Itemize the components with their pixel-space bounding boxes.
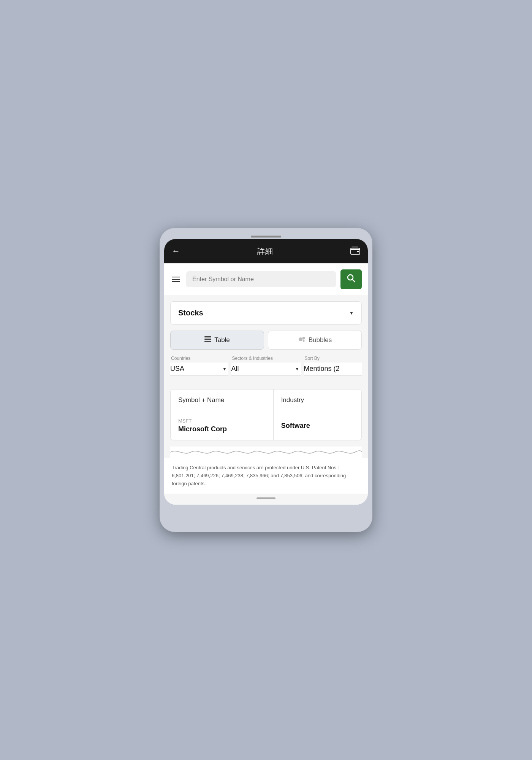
hamburger-menu[interactable] [170, 275, 182, 283]
bottom-bar [164, 494, 368, 505]
svg-rect-1 [357, 251, 359, 252]
table-header-row: Symbol + Name Industry [171, 390, 361, 411]
search-row [164, 263, 368, 295]
asset-type-label: Stocks [178, 309, 203, 317]
hamburger-line-2 [172, 279, 180, 280]
industry-value: Software [281, 422, 310, 430]
symbol-name-cell: MSFT Microsoft Corp [171, 411, 274, 440]
data-table: Symbol + Name Industry MSFT Microsoft Co… [170, 389, 362, 440]
back-button[interactable]: ← [172, 246, 180, 256]
wallet-icon[interactable] [350, 246, 360, 256]
countries-dropdown[interactable]: USA ▼ [170, 363, 228, 375]
bubbles-view-button[interactable]: Bubbles [268, 331, 362, 350]
stock-symbol: MSFT [178, 418, 266, 424]
table-row[interactable]: MSFT Microsoft Corp Software [171, 411, 361, 440]
countries-label: Countries [170, 356, 228, 361]
sortby-dropdown[interactable]: Mentions (2 [304, 363, 362, 375]
bubbles-label: Bubbles [309, 336, 332, 344]
industry-cell: Software [274, 411, 361, 440]
main-content: Stocks ▼ Table [164, 263, 368, 505]
countries-filter: Countries USA ▼ [170, 356, 228, 375]
stock-name: Microsoft Corp [178, 425, 266, 433]
nav-bar: ← 詳細 [164, 239, 368, 263]
countries-arrow-icon: ▼ [223, 367, 227, 371]
dropdown-arrow-icon: ▼ [349, 310, 354, 316]
sortby-value: Mentions (2 [304, 365, 340, 373]
hamburger-line-3 [172, 281, 180, 282]
svg-point-8 [302, 337, 305, 340]
section-spacer [164, 382, 368, 389]
col-header-symbol-name: Symbol + Name [171, 390, 274, 411]
view-toggle: Table Bubbles [170, 331, 362, 350]
filters-row: Countries USA ▼ Sectors & Industries All… [170, 356, 362, 375]
svg-rect-6 [204, 341, 211, 342]
svg-rect-4 [204, 336, 211, 337]
col-header-industry-text: Industry [281, 396, 304, 404]
search-input-wrap[interactable] [186, 271, 336, 287]
bottom-pill [256, 497, 276, 499]
col-header-symbol-name-text: Symbol + Name [178, 396, 224, 404]
asset-type-dropdown[interactable]: Stocks ▼ [170, 301, 362, 325]
countries-value: USA [170, 365, 184, 373]
search-input[interactable] [192, 276, 330, 283]
device-frame: ← 詳細 [160, 228, 372, 532]
device-inner: ← 詳細 [164, 239, 368, 505]
table-icon [204, 336, 211, 344]
bubbles-icon [298, 336, 306, 344]
svg-line-3 [353, 280, 355, 282]
table-view-button[interactable]: Table [170, 331, 264, 350]
sectors-label: Sectors & Industries [231, 356, 301, 361]
sectors-arrow-icon: ▼ [295, 367, 299, 371]
wave-divider [170, 446, 362, 458]
search-button[interactable] [340, 269, 362, 289]
svg-rect-5 [204, 339, 211, 340]
sectors-filter: Sectors & Industries All ▼ [231, 356, 301, 375]
svg-point-7 [299, 337, 302, 341]
search-icon [347, 274, 356, 285]
sortby-filter: Sort By Mentions (2 [304, 356, 362, 375]
sectors-dropdown[interactable]: All ▼ [231, 363, 301, 375]
svg-point-9 [302, 340, 304, 342]
sectors-value: All [231, 365, 239, 373]
sortby-label: Sort By [304, 356, 362, 361]
top-bar [164, 233, 368, 239]
notch-pill [251, 236, 281, 238]
footer-content: Trading Central products and services ar… [172, 465, 346, 486]
col-header-industry: Industry [274, 390, 361, 411]
hamburger-line-1 [172, 277, 180, 277]
table-label: Table [214, 336, 230, 344]
footer-text: Trading Central products and services ar… [164, 458, 368, 494]
page-title: 詳細 [257, 246, 273, 256]
